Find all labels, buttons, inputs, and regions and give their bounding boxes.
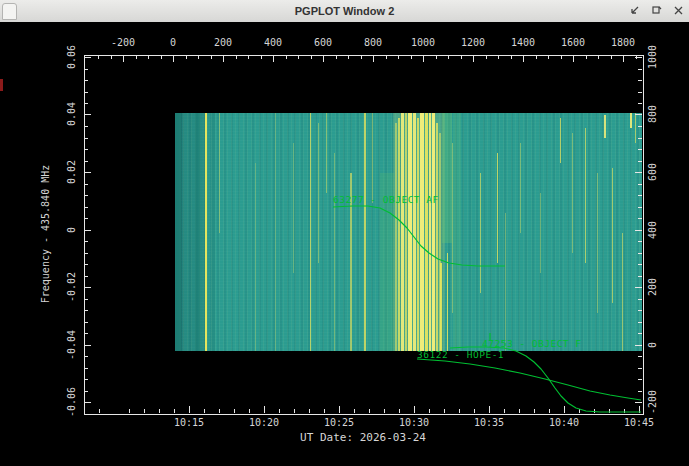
doppler-tracks bbox=[0, 0, 689, 466]
track-label-63277: 63277 - OBJECT AF bbox=[333, 194, 439, 205]
plot-area[interactable]: -20002004006008001000120014001600180010:… bbox=[0, 22, 689, 466]
track-label-36122: 36122 - HOPE-1 bbox=[417, 349, 504, 360]
track-curve-36122 bbox=[417, 359, 641, 400]
track-curve-63277 bbox=[333, 206, 505, 266]
track-label-47253: 47253 - OBJECT F bbox=[482, 338, 582, 349]
pgplot-window: PGPLOT Window 2 -20002004006 bbox=[0, 0, 689, 466]
